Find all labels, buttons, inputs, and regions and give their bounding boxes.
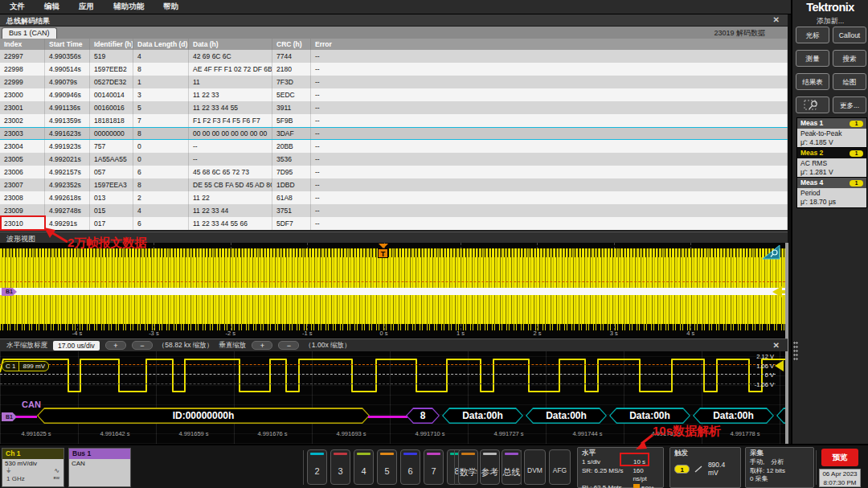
table-row[interactable]: 230104.99291s017611 22 33 44 55 665DF7-- <box>0 217 788 230</box>
table-cell: 0 <box>133 140 189 153</box>
close-icon[interactable]: ✕ <box>773 15 780 24</box>
decode-data-field: Data:00h <box>442 408 523 424</box>
zoom-scale-value[interactable]: 17.00 us/div <box>53 341 100 351</box>
channel-button-3[interactable]: 3 <box>330 449 350 485</box>
source-button[interactable]: 参考 <box>480 449 500 485</box>
acq-analysis[interactable]: 分析 <box>771 458 784 467</box>
table-cell: 23006 <box>0 166 45 178</box>
table-cell: 00 00 00 00 00 00 00 00 <box>189 128 272 139</box>
dvm-button[interactable]: DVM <box>524 449 546 485</box>
magnifier-icon <box>804 99 821 111</box>
table-cell: 519 <box>90 50 133 63</box>
sidebar-button[interactable]: 光标 <box>796 27 829 43</box>
waveform-band-bottom <box>0 295 785 324</box>
channel-button-2[interactable]: 2 <box>307 449 327 485</box>
table-cell: -- <box>311 114 788 127</box>
h-zoom-plus-button[interactable]: + <box>105 341 126 350</box>
zoom-control-bar: 水平缩放标度 17.00 us/div + − （58.82 kx 缩放） 垂直… <box>0 338 788 351</box>
zoom-corner-icon[interactable] <box>763 244 780 260</box>
table-cell: 6 <box>133 166 189 178</box>
afg-button[interactable]: AFG <box>549 449 571 485</box>
table-row[interactable]: 230014.991136s00160016511 22 33 44 55391… <box>0 101 788 114</box>
drag-handle-icon[interactable] <box>793 341 798 362</box>
table-cell: 11 22 33 44 55 66 <box>189 217 272 230</box>
time-tick-label: 4.991693 s <box>327 430 375 437</box>
tektronix-logo: Tektronix <box>792 1 868 14</box>
h-zoom-minus-button[interactable]: − <box>132 341 153 350</box>
annotation-frames-text: 2万帧报文数据 <box>68 236 146 251</box>
acquisition-panel[interactable]: 采集 手动,分析 取样: 12 bits 0 采集 <box>745 447 814 488</box>
axis-tick-label: 3 s <box>598 330 630 337</box>
column-header: Data Length (d) <box>133 39 189 50</box>
table-row[interactable]: 229984.990514s1597EEB28AE 4F FF F1 02 72… <box>0 63 788 76</box>
measurement-card[interactable]: Meas 11Peak-to-Peakμ': 4.185 V <box>796 117 867 149</box>
table-cell: 22999 <box>0 76 45 88</box>
close-icon[interactable]: ✕ <box>773 341 780 350</box>
results-title-bar[interactable]: 总线解码结果 ✕ <box>0 14 788 27</box>
bus1-title: Bus 1 <box>69 449 130 459</box>
y-axis-label: -1.06 V <box>755 381 774 388</box>
menu-item[interactable]: 辅助功能 <box>113 2 144 12</box>
axis-tick-label: 1 s <box>444 330 477 337</box>
channel-button-7[interactable]: 7 <box>424 449 444 485</box>
table-row[interactable]: 230004.990946s00140014311 22 335EDC-- <box>0 88 788 101</box>
channel-button-5[interactable]: 5 <box>377 449 397 485</box>
v-zoom-plus-button[interactable]: + <box>252 341 272 350</box>
trigger-level-dash <box>0 364 776 365</box>
measurement-card[interactable]: Meas 41Periodμ': 18.70 μs <box>796 177 867 208</box>
table-row[interactable]: 230054.992021s1A55AA550--3536-- <box>0 153 788 166</box>
measurement-card[interactable]: Meas 21AC RMSμ': 1.281 V <box>796 147 867 178</box>
channel-button-4[interactable]: 4 <box>354 449 374 485</box>
menu-item[interactable]: 帮助 <box>163 2 178 12</box>
table-row[interactable]: 230064.992157s057645 68 6C 65 72 737D95-… <box>0 166 788 178</box>
decode-data-field: Data:00h <box>693 408 774 424</box>
table-row[interactable]: 229994.99079s0527DE321117F3D-- <box>0 76 788 88</box>
table-cell: 3 <box>133 88 189 101</box>
sidebar-button[interactable]: 测量 <box>796 50 829 67</box>
table-row[interactable]: 230044.991923s7570--20BB-- <box>0 140 788 153</box>
decode-table[interactable]: IndexStart TimeIdentifier (h)Data Length… <box>0 39 788 230</box>
source-button[interactable]: 总线 <box>502 449 522 485</box>
color-stripe <box>461 453 475 455</box>
waveform-overview[interactable]: -4 s-3 s-2 s-1 s0 s1 s2 s3 s4 s T B1 <box>0 243 785 338</box>
sidebar-button[interactable]: 绘图 <box>833 73 866 90</box>
menu-item[interactable]: 应用 <box>79 2 94 12</box>
sidebar-button[interactable]: 搜索 <box>833 50 866 67</box>
sidebar-button[interactable]: 结果表 <box>796 73 829 90</box>
table-cell: 23000 <box>0 88 45 101</box>
channel-button-6[interactable]: 6 <box>400 449 420 485</box>
sidebar-button-more[interactable]: 更多... <box>833 96 866 113</box>
table-cell: 3DAF <box>272 128 311 139</box>
decode-data-field: Data:00h <box>609 408 690 424</box>
trigger-panel[interactable]: 触发 1 890.4 mV <box>669 447 741 488</box>
bus1-badge[interactable]: B1 <box>2 412 17 421</box>
table-row[interactable]: 230074.992352s1597EEA38DE 55 CB FA 5D 45… <box>0 178 788 191</box>
table-cell: -- <box>311 128 788 139</box>
ch1-badge[interactable]: Ch 1 530 mV/div ⏚∿ 1 GHzʙw <box>2 448 64 487</box>
table-cell: 22998 <box>0 63 45 76</box>
time-tick-label: 4.991625 s <box>12 430 60 437</box>
column-header: Identifier (h) <box>90 39 133 50</box>
source-buttons: 数学参考总线 <box>458 449 522 485</box>
table-row[interactable]: 229974.990356s519442 69 6C 6C7744-- <box>0 50 788 63</box>
sidebar-button[interactable]: Callout <box>833 27 866 43</box>
bus1-card[interactable]: Bus 1 CAN <box>68 448 131 487</box>
table-row[interactable]: 230034.991623s00000000800 00 00 00 00 00… <box>0 127 788 140</box>
annotation-parse-text: 10s数据解析 <box>653 424 721 439</box>
table-row[interactable]: 230024.991359s181818187F1 F2 F3 F4 F5 F6… <box>0 114 788 127</box>
zero-level-dash <box>0 374 776 375</box>
source-button[interactable]: 数学 <box>458 449 478 485</box>
trigger-position-marker[interactable]: T <box>378 244 389 258</box>
menu-item[interactable]: 编辑 <box>44 2 59 12</box>
table-cell: 61A8 <box>272 191 311 204</box>
table-cell: 5EDC <box>272 88 311 101</box>
table-cell: 0527DE32 <box>90 76 133 88</box>
v-zoom-minus-button[interactable]: − <box>278 341 299 350</box>
zoom-tool-button[interactable] <box>796 96 829 113</box>
table-row[interactable]: 230094.992748s015411 22 33 443751-- <box>0 204 788 217</box>
ch1-readout-badge[interactable]: C 1 899 mV <box>2 361 49 371</box>
table-row[interactable]: 230084.992618s013211 2261A8-- <box>0 191 788 204</box>
menu-item[interactable]: 文件 <box>10 2 25 12</box>
preview-button[interactable]: 预览 <box>821 449 858 466</box>
tab-bus1-can[interactable]: Bus 1 (CAN) <box>2 27 57 39</box>
